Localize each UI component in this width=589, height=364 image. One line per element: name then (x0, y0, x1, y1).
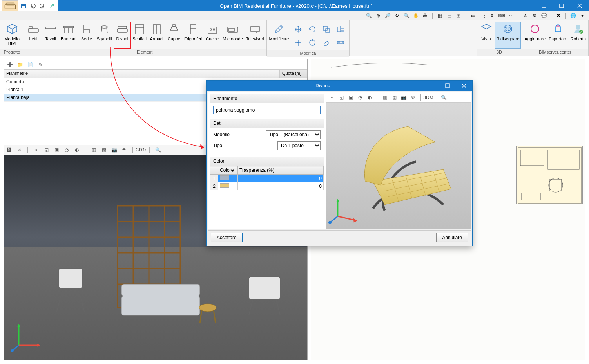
ribbon-esportare[interactable]: Esportare (547, 22, 569, 49)
ribbon-ridisegnare[interactable]: 3D Ridisegnare (495, 22, 521, 49)
grid-icon[interactable]: ▤ (445, 12, 453, 20)
dialog-close-button[interactable] (456, 81, 472, 91)
ribbon-modello-bim[interactable]: Modello BIM (1, 22, 23, 49)
layers-icon[interactable]: ▦ (436, 12, 444, 20)
view3d-small-icon[interactable]: 🅳 (5, 146, 13, 153)
keyboard-icon[interactable]: ⌨ (497, 12, 505, 20)
redo-icon[interactable] (38, 2, 47, 10)
dlg-box-icon[interactable]: ▣ (347, 94, 354, 101)
camera-icon[interactable]: 📷 (111, 146, 118, 153)
dim-icon[interactable]: ↔ (507, 12, 515, 20)
minimize-button[interactable] (535, 0, 553, 11)
cube-small-icon[interactable]: ◱ (43, 146, 50, 153)
zoom-small-icon[interactable]: 🔍 (154, 146, 161, 153)
rotate-tool-icon[interactable] (307, 24, 318, 35)
ribbon-banconi[interactable]: Banconi (59, 22, 78, 49)
ribbon-cucine[interactable]: Cucine (204, 22, 221, 49)
microonde-icon (226, 22, 239, 36)
dlg-hidden-icon[interactable]: ◔ (357, 94, 364, 101)
clip-icon[interactable]: ▨ (100, 146, 107, 153)
zoom-window-icon[interactable]: 🔎 (384, 12, 391, 20)
maximize-button[interactable] (553, 0, 571, 11)
ribbon-vista[interactable]: Vista (478, 22, 495, 49)
dialog-preview[interactable] (326, 103, 471, 229)
ribbon-armadi[interactable]: Armadi (148, 22, 165, 49)
undo-icon[interactable] (29, 2, 37, 10)
riferimento-input[interactable] (213, 106, 321, 114)
move-icon[interactable] (293, 24, 304, 35)
move2-icon[interactable] (293, 37, 304, 48)
zoom-out-icon[interactable]: 🔍 (402, 12, 410, 20)
help-dropdown-icon[interactable]: ▾ (578, 12, 586, 20)
snap-icon[interactable]: ⊞ (455, 12, 462, 20)
rotate-icon[interactable]: ↻ (531, 12, 538, 20)
rect-icon[interactable]: ▭ (469, 12, 477, 20)
ribbon-scaffali[interactable]: Scaffali (131, 22, 148, 49)
ribbon-tavoli[interactable]: Tavoli (42, 22, 59, 49)
ribbon-sgabelli[interactable]: Sgabelli (95, 22, 114, 49)
copy-icon[interactable]: 📄 (27, 61, 34, 68)
pan-icon[interactable]: ✋ (412, 12, 420, 20)
hidden-icon[interactable]: ◔ (63, 146, 70, 153)
ribbon-aggiornare[interactable]: Aggiornare (523, 22, 547, 49)
dlg-section-icon[interactable]: ▥ (381, 94, 388, 101)
save-icon[interactable] (19, 2, 28, 10)
color-row[interactable]: 20 (210, 182, 324, 190)
section-icon[interactable]: ▥ (90, 146, 97, 153)
cube-icon (5, 22, 19, 36)
rotate-point-icon[interactable] (307, 37, 318, 48)
ribbon-lbl-cappe: Cappe (168, 36, 180, 41)
add-icon[interactable]: ➕ (6, 61, 13, 68)
color-row[interactable]: 10 (210, 175, 324, 182)
accept-button[interactable]: Accettare (211, 233, 243, 242)
angle-icon[interactable]: ∠ (521, 12, 529, 20)
redraw-small-icon[interactable]: 3D↻ (138, 146, 145, 153)
pin-icon[interactable] (47, 2, 56, 10)
zoom-extents-icon[interactable]: ⊕ (374, 12, 382, 20)
print-icon[interactable]: 🖶 (421, 12, 429, 20)
ribbon-frigoriferi[interactable]: Frigoriferi (183, 22, 204, 49)
axis-icon[interactable]: ⌖ (33, 146, 40, 153)
color-table[interactable]: Colore Trasparenza (%) 1020 (210, 166, 324, 190)
dlg-clip-icon[interactable]: ▨ (391, 94, 398, 101)
globe-search-icon[interactable]: 🔍 (365, 12, 373, 20)
help-icon[interactable]: 🌐 (569, 12, 577, 20)
shade-icon[interactable]: ◐ (73, 146, 80, 153)
ribbon-televisori[interactable]: Televisori (245, 22, 266, 49)
edit-icon[interactable]: ✎ (37, 61, 44, 68)
ribbon-modificare[interactable]: Modificare (268, 22, 291, 50)
dlg-cube-icon[interactable]: ◱ (338, 94, 345, 101)
ribbon-divani[interactable]: Divani (114, 22, 131, 49)
select-tipo[interactable]: Da 1 posto (277, 141, 321, 150)
chat-icon[interactable]: 💬 (540, 12, 548, 20)
ribbon-cappe[interactable]: Cappe (165, 22, 183, 49)
ribbon-microonde[interactable]: Microonde (221, 22, 244, 49)
ribbon-lbl-sedie: Sedie (81, 36, 92, 41)
eye-icon[interactable]: 👁 (121, 146, 128, 153)
dlg-axis-icon[interactable]: ⌖ (328, 94, 335, 101)
dlg-eye-icon[interactable]: 👁 (410, 94, 417, 101)
dlg-3d-icon[interactable]: 3D↻ (425, 94, 432, 101)
ribbon-sedie[interactable]: Sedie (78, 22, 95, 49)
measure-icon[interactable] (335, 37, 346, 48)
select-modello[interactable]: Tipo 1 (Barcellona) (266, 130, 321, 139)
mirror-tool-icon[interactable] (335, 24, 346, 35)
close-button[interactable] (571, 0, 589, 11)
copy-tool-icon[interactable] (321, 24, 332, 35)
dots-icon[interactable]: ⋮⋮ (478, 12, 486, 20)
ribbon-letti[interactable]: Letti (25, 22, 42, 49)
folder-icon[interactable]: 📁 (16, 61, 24, 68)
dlg-shade-icon[interactable]: ◐ (366, 94, 373, 101)
erase-icon[interactable] (321, 37, 332, 48)
ribbon-user[interactable]: Roberta (569, 22, 587, 49)
settings-cross-icon[interactable]: ✖ (555, 12, 562, 20)
layers-small-icon[interactable]: ≋ (16, 146, 23, 153)
dlg-cam-icon[interactable]: 📷 (400, 94, 407, 101)
refresh-icon[interactable]: ↻ (393, 12, 401, 20)
box-icon[interactable]: ▣ (53, 146, 60, 153)
align-icon[interactable]: ≡ (488, 12, 496, 20)
cancel-button[interactable]: Annullare (436, 233, 468, 242)
dlg-zoom-icon[interactable]: 🔍 (440, 94, 447, 101)
dialog-maximize-button[interactable] (439, 81, 456, 91)
dialog-titlebar[interactable]: Divano (207, 81, 472, 91)
